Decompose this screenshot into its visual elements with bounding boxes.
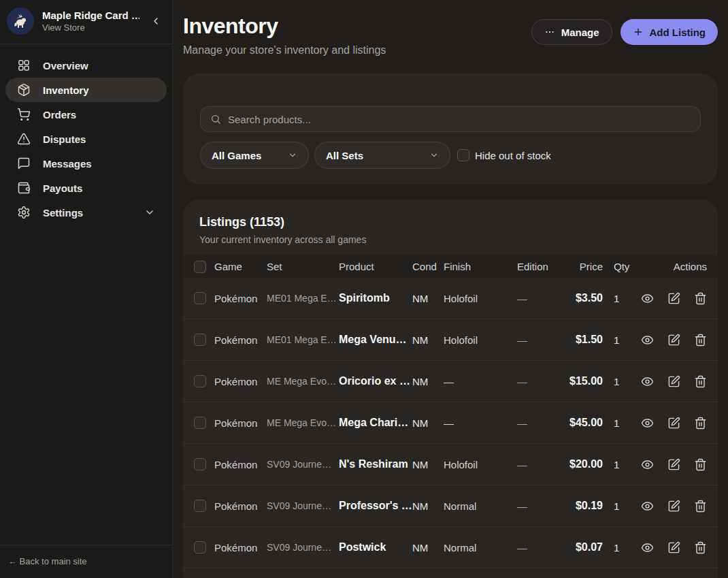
- delete-listing-button[interactable]: [694, 375, 707, 388]
- row-checkbox[interactable]: [194, 500, 206, 512]
- row-checkbox[interactable]: [194, 541, 206, 553]
- trash-icon: [694, 292, 707, 305]
- cell-finish: Holofoil: [444, 459, 517, 470]
- view-listing-button[interactable]: [641, 541, 654, 554]
- cell-game: Pokémon: [214, 376, 267, 387]
- column-header-price: Price: [555, 261, 603, 272]
- add-listing-button[interactable]: Add Listing: [621, 19, 718, 45]
- cell-qty: 1: [603, 417, 633, 429]
- edit-icon: [667, 417, 680, 430]
- cell-condition: NM: [412, 500, 444, 512]
- chevron-down-icon: [288, 150, 297, 160]
- delete-listing-button[interactable]: [694, 334, 707, 347]
- sidebar-collapse-button[interactable]: [148, 13, 164, 29]
- cell-finish: —: [444, 417, 517, 429]
- edit-icon: [667, 458, 680, 471]
- cell-product: N's Reshiram: [339, 458, 412, 470]
- row-checkbox[interactable]: [194, 458, 206, 470]
- cell-product: Professor's …: [339, 500, 412, 512]
- hide-out-of-stock-toggle[interactable]: Hide out of stock: [457, 149, 551, 161]
- grid-icon: [17, 59, 31, 72]
- cell-set: SV09 Journe…: [267, 459, 339, 470]
- delete-listing-button[interactable]: [694, 500, 707, 513]
- set-filter-value: All Sets: [326, 150, 363, 161]
- cell-product: Postwick: [339, 541, 412, 553]
- eye-icon: [641, 417, 654, 430]
- edit-listing-button[interactable]: [667, 458, 680, 471]
- edit-icon: [667, 500, 680, 513]
- select-all-checkbox[interactable]: [194, 261, 206, 273]
- edit-listing-button[interactable]: [667, 541, 680, 554]
- view-listing-button[interactable]: [641, 292, 654, 305]
- edit-listing-button[interactable]: [667, 292, 680, 305]
- package-icon: [17, 83, 31, 97]
- view-store-link[interactable]: View Store: [42, 22, 139, 33]
- row-checkbox[interactable]: [194, 417, 206, 429]
- edit-listing-button[interactable]: [667, 375, 680, 388]
- edit-icon: [667, 292, 680, 305]
- column-header-edition: Edition: [517, 261, 555, 272]
- cell-set: ME Mega Evo…: [267, 376, 339, 387]
- row-checkbox[interactable]: [194, 375, 206, 387]
- eye-icon: [641, 458, 654, 471]
- sidebar-item-messages[interactable]: Messages: [5, 151, 167, 176]
- main-content: Inventory Manage your store's inventory …: [173, 0, 728, 578]
- page-subtitle: Manage your store's inventory and listin…: [183, 44, 386, 57]
- delete-listing-button[interactable]: [694, 541, 707, 554]
- view-listing-button[interactable]: [641, 417, 654, 430]
- cell-condition: NM: [412, 417, 444, 429]
- trash-icon: [694, 458, 707, 471]
- delete-listing-button[interactable]: [694, 292, 707, 305]
- cell-condition: NM: [412, 293, 444, 304]
- view-listing-button[interactable]: [641, 500, 654, 513]
- view-listing-button[interactable]: [641, 334, 654, 347]
- view-listing-button[interactable]: [641, 375, 654, 388]
- delete-listing-button[interactable]: [694, 417, 707, 430]
- sidebar-item-settings[interactable]: Settings: [5, 200, 167, 225]
- chevron-down-icon: [144, 207, 155, 218]
- search-input[interactable]: [228, 114, 691, 125]
- edit-icon: [667, 541, 680, 554]
- sidebar-item-payouts[interactable]: Payouts: [5, 176, 167, 200]
- chevron-left-icon: [150, 16, 161, 27]
- view-listing-button[interactable]: [641, 458, 654, 471]
- back-to-main-site-link[interactable]: ← Back to main site: [8, 556, 87, 566]
- sidebar-nav: Overview Inventory Orders Disputes Messa…: [0, 44, 172, 234]
- manage-button[interactable]: Manage: [531, 19, 612, 45]
- eye-icon: [641, 292, 654, 305]
- delete-listing-button[interactable]: [694, 458, 707, 471]
- cell-game: Pokémon: [214, 417, 267, 429]
- table-header: Game Set Product Cond Finish Edition Pri…: [183, 255, 718, 278]
- cell-qty: 1: [603, 500, 633, 512]
- cell-set: ME Mega Evo…: [267, 417, 339, 428]
- hide-out-of-stock-checkbox[interactable]: [457, 149, 469, 161]
- cell-game: Pokémon: [214, 293, 267, 304]
- table-row: Pokémon SV09 Journe… Postwick NM Normal …: [183, 527, 718, 568]
- game-filter-select[interactable]: All Games: [200, 142, 309, 169]
- add-listing-button-label: Add Listing: [650, 27, 706, 38]
- gear-icon: [17, 206, 31, 219]
- cell-condition: NM: [412, 334, 444, 346]
- column-header-game: Game: [214, 261, 267, 272]
- edit-listing-button[interactable]: [667, 334, 680, 347]
- set-filter-select[interactable]: All Sets: [314, 142, 450, 169]
- edit-listing-button[interactable]: [667, 500, 680, 513]
- eye-icon: [641, 500, 654, 513]
- page-title: Inventory: [183, 14, 386, 39]
- sidebar-item-overview[interactable]: Overview: [5, 53, 167, 78]
- cell-set: SV09 Journe…: [267, 542, 339, 553]
- sidebar-item-orders[interactable]: Orders: [5, 102, 167, 127]
- trash-icon: [694, 334, 707, 347]
- sidebar-item-label: Messages: [43, 158, 92, 170]
- row-checkbox[interactable]: [194, 334, 206, 346]
- column-header-actions: Actions: [633, 261, 707, 272]
- column-header-set: Set: [267, 261, 339, 272]
- wallet-icon: [17, 181, 31, 195]
- sidebar-item-inventory[interactable]: Inventory: [5, 78, 167, 102]
- edit-listing-button[interactable]: [667, 417, 680, 430]
- cell-qty: 1: [603, 459, 633, 470]
- sidebar-item-disputes[interactable]: Disputes: [5, 127, 167, 151]
- plus-icon: [633, 27, 644, 37]
- eye-icon: [641, 375, 654, 388]
- row-checkbox[interactable]: [194, 292, 206, 304]
